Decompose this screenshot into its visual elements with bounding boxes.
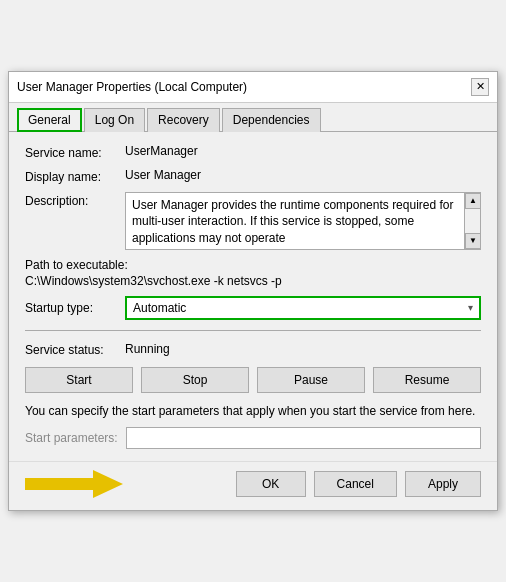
service-status-row: Service status: Running: [25, 341, 481, 357]
display-name-row: Display name: User Manager: [25, 168, 481, 184]
service-name-value: UserManager: [125, 144, 198, 158]
tab-recovery[interactable]: Recovery: [147, 108, 220, 132]
scroll-down-arrow[interactable]: ▼: [465, 233, 481, 249]
note-text: You can specify the start parameters tha…: [25, 403, 481, 420]
display-name-label: Display name:: [25, 168, 125, 184]
startup-dropdown[interactable]: Automatic ▾: [125, 296, 481, 320]
scroll-up-arrow[interactable]: ▲: [465, 193, 481, 209]
tab-general[interactable]: General: [17, 108, 82, 132]
close-button[interactable]: ✕: [471, 78, 489, 96]
service-buttons-row: Start Stop Pause Resume: [25, 367, 481, 393]
description-text: User Manager provides the runtime compon…: [132, 197, 474, 247]
cancel-button[interactable]: Cancel: [314, 471, 397, 497]
dropdown-arrow-icon: ▾: [468, 302, 473, 313]
stop-button[interactable]: Stop: [141, 367, 249, 393]
startup-row: Startup type: Automatic ▾: [25, 296, 481, 320]
resume-button[interactable]: Resume: [373, 367, 481, 393]
yellow-arrow-icon: [25, 470, 125, 498]
tab-dependencies[interactable]: Dependencies: [222, 108, 321, 132]
start-button[interactable]: Start: [25, 367, 133, 393]
display-name-value: User Manager: [125, 168, 201, 182]
service-status-label: Service status:: [25, 341, 125, 357]
start-params-row: Start parameters:: [25, 427, 481, 449]
apply-button[interactable]: Apply: [405, 471, 481, 497]
description-box: User Manager provides the runtime compon…: [125, 192, 481, 250]
description-row: Description: User Manager provides the r…: [25, 192, 481, 250]
path-value: C:\Windows\system32\svchost.exe -k netsv…: [25, 274, 481, 288]
service-status-value: Running: [125, 342, 170, 356]
service-name-row: Service name: UserManager: [25, 144, 481, 160]
arrow-container: [25, 470, 228, 498]
start-params-input[interactable]: [126, 427, 481, 449]
dialog-window: User Manager Properties (Local Computer)…: [8, 71, 498, 512]
start-params-label: Start parameters:: [25, 431, 118, 445]
tab-content: Service name: UserManager Display name: …: [9, 132, 497, 462]
ok-button[interactable]: OK: [236, 471, 306, 497]
startup-value: Automatic: [133, 301, 186, 315]
title-bar: User Manager Properties (Local Computer)…: [9, 72, 497, 103]
tab-logon[interactable]: Log On: [84, 108, 145, 132]
dialog-title: User Manager Properties (Local Computer): [17, 80, 247, 94]
pause-button[interactable]: Pause: [257, 367, 365, 393]
service-name-label: Service name:: [25, 144, 125, 160]
bottom-buttons-bar: OK Cancel Apply: [9, 461, 497, 510]
path-section: Path to executable: C:\Windows\system32\…: [25, 258, 481, 288]
description-label: Description:: [25, 192, 125, 208]
tab-bar: General Log On Recovery Dependencies: [9, 103, 497, 132]
separator-line: [25, 330, 481, 331]
path-label: Path to executable:: [25, 258, 481, 272]
startup-label: Startup type:: [25, 301, 125, 315]
description-scrollbar: ▲ ▼: [464, 193, 480, 249]
